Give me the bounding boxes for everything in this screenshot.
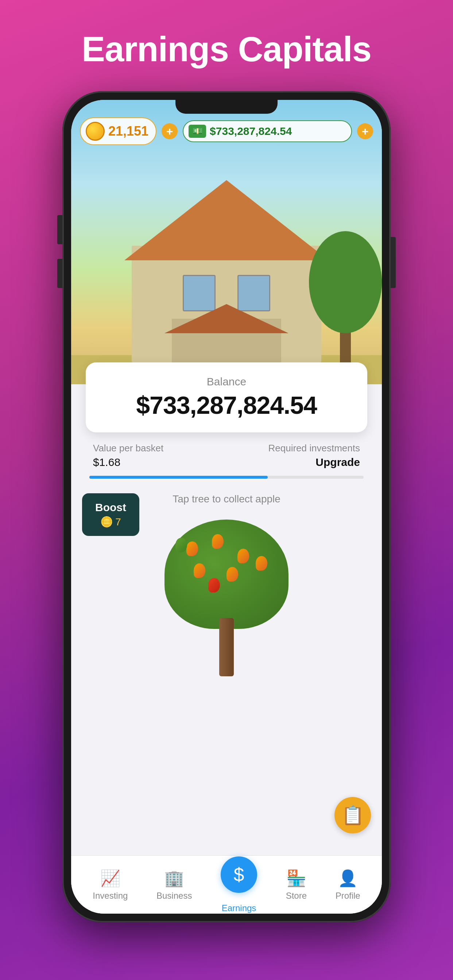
profile-label: Profile <box>335 891 360 901</box>
phone-screen: 21,151 + 💵 $733,287,824.54 + Balance $73… <box>71 100 382 914</box>
stats-row: Value per basket $1.68 Required investme… <box>71 433 382 468</box>
house-porch-roof <box>164 304 289 333</box>
mango-fruit-6 <box>208 578 220 592</box>
money-pill[interactable]: 💵 $733,287,824.54 <box>183 120 352 142</box>
bottom-nav: 📈 Investing 🏢 Business $ Earnings 🏪 Stor… <box>71 855 382 914</box>
page-title: Earnings Capitals <box>82 29 371 69</box>
nav-item-investing[interactable]: 📈 Investing <box>85 865 135 905</box>
value-per-basket-value: $1.68 <box>93 456 163 468</box>
balance-card: Balance $733,287,824.54 <box>86 363 367 433</box>
coin-value: 21,151 <box>108 124 148 139</box>
boost-label: Boost <box>95 501 126 514</box>
tap-hint: Tap tree to collect apple <box>172 493 281 505</box>
required-investments-label: Required investments <box>268 442 360 454</box>
investing-icon: 📈 <box>100 869 120 888</box>
value-per-basket-stat: Value per basket $1.68 <box>93 442 163 468</box>
boost-button[interactable]: Boost 🪙 7 <box>82 493 139 536</box>
clipboard-button[interactable]: 📋 <box>335 797 371 834</box>
mango-tree[interactable] <box>153 523 300 676</box>
required-investments-value[interactable]: Upgrade <box>268 456 360 468</box>
store-label: Store <box>286 891 307 901</box>
mango-fruit-5 <box>226 567 238 582</box>
balance-label: Balance <box>100 375 353 388</box>
earnings-label: Earnings <box>222 903 257 913</box>
background-tree <box>309 231 382 370</box>
value-per-basket-label: Value per basket <box>93 442 163 454</box>
mango-fruit-2 <box>212 534 223 549</box>
hero-area: 21,151 + 💵 $733,287,824.54 + <box>71 100 382 384</box>
nav-item-profile[interactable]: 👤 Profile <box>328 865 368 905</box>
mango-fruit-3 <box>238 549 249 563</box>
store-icon: 🏪 <box>286 869 306 888</box>
balance-amount: $733,287,824.54 <box>100 391 353 419</box>
tree-canopy <box>309 231 382 333</box>
business-icon: 🏢 <box>164 869 184 888</box>
house-roof <box>124 180 329 260</box>
mango-fruit-8 <box>175 538 187 552</box>
mango-fruit-1 <box>187 541 198 556</box>
boost-count: 🪙 7 <box>100 516 121 528</box>
phone-notch <box>175 100 278 114</box>
nav-item-store[interactable]: 🏪 Store <box>279 865 314 905</box>
volume-down-button <box>57 259 62 288</box>
add-coins-button[interactable]: + <box>161 123 178 139</box>
coin-pill[interactable]: 21,151 <box>80 118 156 145</box>
main-content: Tap tree to collect apple Boost 🪙 7 <box>71 479 382 855</box>
hud-bar: 21,151 + 💵 $733,287,824.54 + <box>80 118 373 145</box>
progress-bar-fill <box>89 476 268 479</box>
business-label: Business <box>156 891 192 901</box>
profile-icon: 👤 <box>338 869 358 888</box>
power-button <box>391 237 396 288</box>
required-investments-stat: Required investments Upgrade <box>268 442 360 468</box>
investing-label: Investing <box>93 891 128 901</box>
coin-icon <box>86 122 105 141</box>
mango-canopy <box>164 520 289 629</box>
phone-frame: 21,151 + 💵 $733,287,824.54 + Balance $73… <box>62 91 391 923</box>
mango-fruit-4 <box>194 563 205 578</box>
money-value: $733,287,824.54 <box>210 125 292 137</box>
add-money-button[interactable]: + <box>357 123 373 139</box>
screen-content: 21,151 + 💵 $733,287,824.54 + Balance $73… <box>71 100 382 914</box>
progress-bar-container <box>89 476 364 479</box>
mango-fruit-7 <box>256 556 267 571</box>
mango-trunk <box>219 618 234 676</box>
volume-up-button <box>57 215 62 244</box>
money-icon: 💵 <box>188 125 206 138</box>
nav-item-business[interactable]: 🏢 Business <box>149 865 199 905</box>
boost-coin-icon: 🪙 <box>100 516 113 528</box>
earnings-center-icon: $ <box>221 856 257 893</box>
nav-item-earnings[interactable]: $ Earnings <box>214 853 265 914</box>
